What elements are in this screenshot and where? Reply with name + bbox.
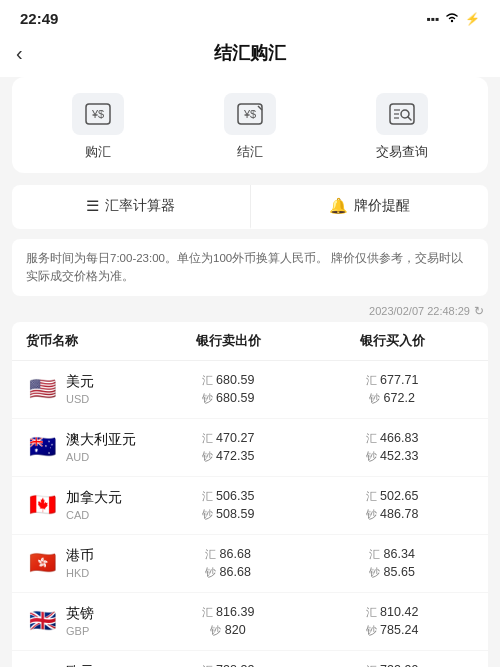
buy-price-cell: 汇 86.34 钞 85.65 <box>310 547 474 580</box>
col-buy: 银行买入价 <box>310 332 474 350</box>
timestamp-row: 2023/02/07 22:48:29 ↻ <box>0 296 500 322</box>
price-alert-label: 牌价提醒 <box>354 197 410 215</box>
sell-hui: 汇 470.27 <box>202 431 255 446</box>
sell-chao: 钞 472.35 <box>202 449 255 464</box>
col-sell: 银行卖出价 <box>146 332 310 350</box>
currency-table: 货币名称 银行卖出价 银行买入价 🇺🇸 美元 USD 汇 680.59 钞 68… <box>12 322 488 667</box>
buy-price-cell: 汇 466.83 钞 452.33 <box>310 431 474 464</box>
currency-code: AUD <box>66 451 136 463</box>
sell-hui: 汇 680.59 <box>202 373 255 388</box>
rate-calc-label: 汇率计算器 <box>105 197 175 215</box>
refresh-icon[interactable]: ↻ <box>474 304 484 318</box>
buy-hui: 汇 86.34 <box>369 547 415 562</box>
currency-code: HKD <box>66 567 94 579</box>
sell-chao: 钞 680.59 <box>202 391 255 406</box>
currency-cn: 欧元 <box>66 663 94 667</box>
currency-cn: 加拿大元 <box>66 489 122 507</box>
table-row: 🇬🇧 英镑 GBP 汇 816.39 钞 820 汇 810.42 钞 785.… <box>12 593 488 651</box>
tab-settle[interactable]: ¥$ 结汇 <box>174 93 326 161</box>
flag-icon: 🇬🇧 <box>26 605 58 637</box>
status-icons: ▪▪▪ ⚡ <box>426 11 480 26</box>
currency-cn: 港币 <box>66 547 94 565</box>
settle-label: 结汇 <box>237 143 263 161</box>
rate-calc-tab[interactable]: ☰ 汇率计算器 <box>12 185 251 229</box>
svg-rect-6 <box>390 104 414 124</box>
currency-code: USD <box>66 393 94 405</box>
sell-price-cell: 汇 470.27 钞 472.35 <box>146 431 310 464</box>
price-alert-tab[interactable]: 🔔 牌价提醒 <box>251 185 489 229</box>
svg-line-8 <box>408 117 411 120</box>
settle-icon: ¥$ <box>224 93 276 135</box>
sell-price-cell: 汇 680.59 钞 680.59 <box>146 373 310 406</box>
table-header: 货币名称 银行卖出价 银行买入价 <box>12 322 488 361</box>
table-row: 🇪🇺 欧元 EUR 汇 728.32 钞 730.67 汇 722.99 钞 7… <box>12 651 488 667</box>
buy-hui: 汇 502.65 <box>366 489 419 504</box>
query-icon <box>376 93 428 135</box>
currency-info: 🇬🇧 英镑 GBP <box>26 605 146 637</box>
table-row: 🇨🇦 加拿大元 CAD 汇 506.35 钞 508.59 汇 502.65 钞… <box>12 477 488 535</box>
query-label: 交易查询 <box>376 143 428 161</box>
flag-icon: 🇭🇰 <box>26 547 58 579</box>
sell-hui: 汇 506.35 <box>202 489 255 504</box>
currency-info: 🇭🇰 港币 HKD <box>26 547 146 579</box>
currency-cn: 美元 <box>66 373 94 391</box>
svg-text:¥$: ¥$ <box>243 108 256 120</box>
buy-price-cell: 汇 677.71 钞 672.2 <box>310 373 474 406</box>
sell-hui: 汇 86.68 <box>205 547 251 562</box>
wifi-icon <box>444 11 460 26</box>
bell-icon: 🔔 <box>329 197 348 215</box>
currency-cn: 澳大利亚元 <box>66 431 136 449</box>
sell-chao: 钞 86.68 <box>205 565 251 580</box>
svg-text:¥$: ¥$ <box>91 108 104 120</box>
currency-code: CAD <box>66 509 122 521</box>
buy-chao: 钞 785.24 <box>366 623 419 638</box>
page-title: 结汇购汇 <box>214 41 286 65</box>
status-time: 22:49 <box>20 10 58 27</box>
sell-price-cell: 汇 506.35 钞 508.59 <box>146 489 310 522</box>
notice-text: 服务时间为每日7:00-23:00。单位为100外币换算人民币。 牌价仅供参考，… <box>12 239 488 296</box>
currency-info: 🇺🇸 美元 USD <box>26 373 146 405</box>
table-row: 🇺🇸 美元 USD 汇 680.59 钞 680.59 汇 677.71 钞 6… <box>12 361 488 419</box>
sell-chao: 钞 508.59 <box>202 507 255 522</box>
col-currency: 货币名称 <box>26 332 146 350</box>
purchase-label: 购汇 <box>85 143 111 161</box>
currency-info: 🇦🇺 澳大利亚元 AUD <box>26 431 146 463</box>
flag-icon: 🇪🇺 <box>26 663 58 667</box>
purchase-icon: ¥$ <box>72 93 124 135</box>
table-row: 🇭🇰 港币 HKD 汇 86.68 钞 86.68 汇 86.34 钞 85.6… <box>12 535 488 593</box>
sell-price-cell: 汇 728.32 钞 730.67 <box>146 663 310 667</box>
buy-hui: 汇 677.71 <box>366 373 419 388</box>
buy-hui: 汇 810.42 <box>366 605 419 620</box>
signal-icon: ▪▪▪ <box>426 12 439 26</box>
timestamp: 2023/02/07 22:48:29 <box>369 305 470 317</box>
buy-chao: 钞 85.65 <box>369 565 415 580</box>
sub-tabs: ☰ 汇率计算器 🔔 牌价提醒 <box>12 185 488 229</box>
sell-hui: 汇 728.32 <box>202 663 255 667</box>
icon-tabs: ¥$ 购汇 ¥$ 结汇 交易查询 <box>12 77 488 173</box>
sell-chao: 钞 820 <box>210 623 245 638</box>
currency-info: 🇨🇦 加拿大元 CAD <box>26 489 146 521</box>
nav-bar: ‹ 结汇购汇 <box>0 33 500 77</box>
currency-code: GBP <box>66 625 94 637</box>
flag-icon: 🇨🇦 <box>26 489 58 521</box>
buy-chao: 钞 672.2 <box>369 391 415 406</box>
flag-icon: 🇺🇸 <box>26 373 58 405</box>
buy-price-cell: 汇 502.65 钞 486.78 <box>310 489 474 522</box>
svg-point-0 <box>451 20 453 22</box>
status-bar: 22:49 ▪▪▪ ⚡ <box>0 0 500 33</box>
currency-info: 🇪🇺 欧元 EUR <box>26 663 146 667</box>
sell-price-cell: 汇 86.68 钞 86.68 <box>146 547 310 580</box>
tab-purchase[interactable]: ¥$ 购汇 <box>22 93 174 161</box>
tab-query[interactable]: 交易查询 <box>326 93 478 161</box>
sell-hui: 汇 816.39 <box>202 605 255 620</box>
buy-chao: 钞 452.33 <box>366 449 419 464</box>
back-button[interactable]: ‹ <box>16 42 23 65</box>
sell-price-cell: 汇 816.39 钞 820 <box>146 605 310 638</box>
currency-cn: 英镑 <box>66 605 94 623</box>
flag-icon: 🇦🇺 <box>26 431 58 463</box>
battery-icon: ⚡ <box>465 12 480 26</box>
buy-price-cell: 汇 722.99 钞 700.53 <box>310 663 474 667</box>
buy-hui: 汇 722.99 <box>366 663 419 667</box>
buy-price-cell: 汇 810.42 钞 785.24 <box>310 605 474 638</box>
calc-icon: ☰ <box>86 197 99 215</box>
